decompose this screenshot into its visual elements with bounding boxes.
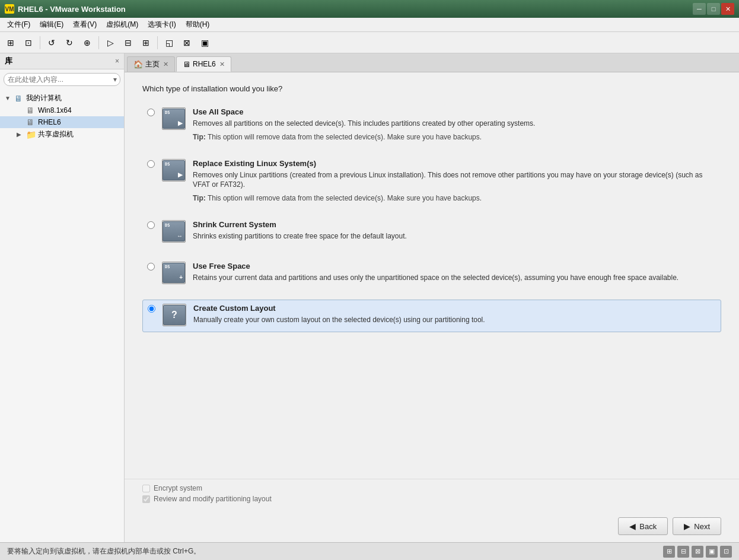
tree-toggle-root: ▼ — [5, 95, 13, 101]
tab-rhel6-label: RHEL6 — [193, 60, 216, 68]
sidebar-title: 库 — [5, 56, 12, 66]
question-text: Which type of installation would you lik… — [142, 84, 721, 93]
tab-rhel6-close[interactable]: ✕ — [219, 61, 225, 68]
toolbar-btn-redo[interactable]: ↻ — [61, 34, 78, 51]
sidebar-item-rhel6[interactable]: 🖥 RHEL6 — [0, 116, 124, 128]
radio-use-free-space[interactable] — [147, 263, 155, 271]
menu-file[interactable]: 文件(F) — [2, 18, 35, 31]
option-desc-replace-linux: Removes only Linux partitions (created f… — [193, 170, 716, 190]
tree-toggle-shared: ▶ — [17, 131, 25, 138]
option-replace-linux[interactable]: DS ▶ Replace Existing Linux System(s) Re… — [142, 155, 721, 207]
window-controls: ─ □ ✕ — [693, 3, 734, 15]
checkbox-encrypt[interactable] — [142, 485, 150, 492]
toolbar-btn-suspend[interactable]: ⊟ — [120, 34, 136, 51]
checkbox-review-label: Review and modify partitioning layout — [154, 495, 272, 503]
home-tab-icon: 🏠 — [133, 60, 143, 69]
option-use-free-space[interactable]: DS + Use Free Space Retains your current… — [142, 258, 721, 290]
tip-label-1: Tip: — [193, 133, 206, 141]
menu-edit[interactable]: 编辑(E) — [35, 18, 68, 31]
toolbar-btn-unity[interactable]: ⊠ — [179, 34, 195, 51]
menu-help[interactable]: 帮助(H) — [181, 18, 215, 31]
tree-root[interactable]: ▼ 🖥 我的计算机 — [0, 92, 124, 104]
status-icons: ⊞ ⊟ ⊠ ▣ ⊡ — [663, 546, 732, 558]
computer-icon: 🖥 — [14, 94, 24, 103]
next-label: Next — [694, 522, 710, 531]
bottom-checkboxes: Encrypt system Review and modify partiti… — [125, 479, 739, 510]
tab-home[interactable]: 🏠 主页 ✕ — [127, 56, 175, 72]
option-use-all-space[interactable]: DS ▶ Use All Space Removes all partition… — [142, 104, 721, 146]
toolbar-sep-2 — [98, 36, 99, 49]
radio-shrink-current[interactable] — [147, 221, 155, 229]
status-icon-2: ⊟ — [677, 546, 689, 558]
search-icon[interactable]: ▾ — [113, 75, 117, 84]
option-title-create-custom: Create Custom Layout — [193, 304, 716, 313]
tree-root-label: 我的计算机 — [26, 93, 62, 103]
minimize-button[interactable]: ─ — [693, 3, 706, 15]
toolbar-btn-list[interactable]: ⊡ — [20, 34, 37, 51]
menu-view[interactable]: 查看(V) — [68, 18, 101, 31]
icon-replace-linux: DS ▶ — [162, 159, 186, 182]
close-button[interactable]: ✕ — [721, 3, 734, 15]
option-title-replace-linux: Replace Existing Linux System(s) — [193, 159, 716, 168]
checkbox-review-row: Review and modify partitioning layout — [142, 495, 721, 503]
tab-home-label: 主页 — [145, 59, 160, 69]
icon-use-free-space: DS + — [162, 262, 186, 284]
menu-tabs[interactable]: 选项卡(I) — [143, 18, 180, 31]
status-bar: 要将输入定向到该虚拟机，请在虚拟机内部单击或按 Ctrl+G。 ⊞ ⊟ ⊠ ▣ … — [0, 542, 739, 560]
tip-text-1: This option will remove data from the se… — [208, 133, 482, 141]
tree-label-rhel6: RHEL6 — [38, 118, 61, 126]
rhel6-tab-icon: 🖥 — [183, 60, 190, 69]
option-desc-create-custom: Manually create your own custom layout o… — [193, 315, 716, 325]
tree-label-shared: 共享虚拟机 — [38, 129, 74, 139]
content-area: 🏠 主页 ✕ 🖥 RHEL6 ✕ Which type of installat… — [125, 53, 739, 542]
folder-icon: 📁 — [26, 130, 36, 139]
next-icon: ▶ — [684, 521, 690, 531]
option-text-shrink-current: Shrink Current System Shrinks existing p… — [193, 220, 716, 245]
toolbar-sep-1 — [40, 36, 40, 49]
tab-rhel6[interactable]: 🖥 RHEL6 ✕ — [176, 56, 231, 72]
toolbar-btn-grid[interactable]: ⊞ — [2, 34, 19, 51]
option-text-use-free-space: Use Free Space Retains your current data… — [193, 262, 716, 287]
option-text-use-all-space: Use All Space Removes all partitions on … — [193, 107, 716, 142]
sidebar-tree: ▼ 🖥 我的计算机 🖥 Win8.1x64 🖥 RHEL6 ▶ 📁 共享虚拟机 — [0, 90, 124, 542]
maximize-button[interactable]: □ — [707, 3, 720, 15]
window-title: RHEL6 - VMware Workstation — [18, 5, 693, 14]
toolbar: ⊞ ⊡ ↺ ↻ ⊕ ▷ ⊟ ⊞ ◱ ⊠ ▣ — [0, 32, 739, 53]
toolbar-btn-power[interactable]: ▷ — [102, 34, 119, 51]
radio-create-custom[interactable] — [148, 305, 155, 313]
installer-content: Which type of installation would you lik… — [125, 72, 739, 479]
option-text-replace-linux: Replace Existing Linux System(s) Removes… — [193, 159, 716, 203]
toolbar-btn-undo[interactable]: ↺ — [43, 34, 60, 51]
tip-label-2: Tip: — [193, 194, 206, 202]
back-button[interactable]: ◀ Back — [618, 517, 668, 535]
option-title-use-free-space: Use Free Space — [193, 262, 716, 271]
status-icon-5: ⊡ — [720, 546, 732, 558]
toolbar-btn-restart[interactable]: ⊞ — [138, 34, 154, 51]
sidebar-header: 库 × — [0, 53, 124, 69]
sidebar-item-win81[interactable]: 🖥 Win8.1x64 — [0, 104, 124, 116]
option-shrink-current[interactable]: DS ↔ Shrink Current System Shrinks exist… — [142, 217, 721, 249]
option-title-use-all-space: Use All Space — [193, 107, 716, 116]
sidebar-close-button[interactable]: × — [115, 57, 119, 65]
toolbar-btn-fullscreen[interactable]: ◱ — [161, 34, 177, 51]
icon-shrink-current: DS ↔ — [162, 220, 186, 243]
sidebar-item-shared[interactable]: ▶ 📁 共享虚拟机 — [0, 128, 124, 141]
tip-text-2: This option will remove data from the se… — [208, 194, 482, 202]
icon-use-all-space: DS ▶ — [162, 107, 186, 130]
sidebar-search-input[interactable] — [4, 73, 120, 86]
menu-vm[interactable]: 虚拟机(M) — [101, 18, 143, 31]
checkbox-review[interactable] — [142, 495, 150, 503]
option-desc-use-all-space: Removes all partitions on the selected d… — [193, 119, 716, 129]
toolbar-btn-settings[interactable]: ▣ — [196, 34, 213, 51]
status-icon-3: ⊠ — [692, 546, 703, 558]
radio-use-all-space[interactable] — [147, 109, 155, 116]
vm-icon-rhel6: 🖥 — [26, 117, 36, 127]
sidebar: 库 × ▾ ▼ 🖥 我的计算机 🖥 Win8.1x64 🖥 RHEL6 — [0, 53, 125, 542]
menu-bar: 文件(F) 编辑(E) 查看(V) 虚拟机(M) 选项卡(I) 帮助(H) — [0, 18, 739, 32]
toolbar-btn-add[interactable]: ⊕ — [79, 34, 95, 51]
option-create-custom[interactable]: ? Create Custom Layout Manually create y… — [142, 300, 721, 333]
icon-create-custom: ? — [163, 304, 186, 326]
next-button[interactable]: ▶ Next — [673, 517, 721, 535]
radio-replace-linux[interactable] — [147, 160, 155, 168]
tab-home-close[interactable]: ✕ — [163, 61, 168, 68]
